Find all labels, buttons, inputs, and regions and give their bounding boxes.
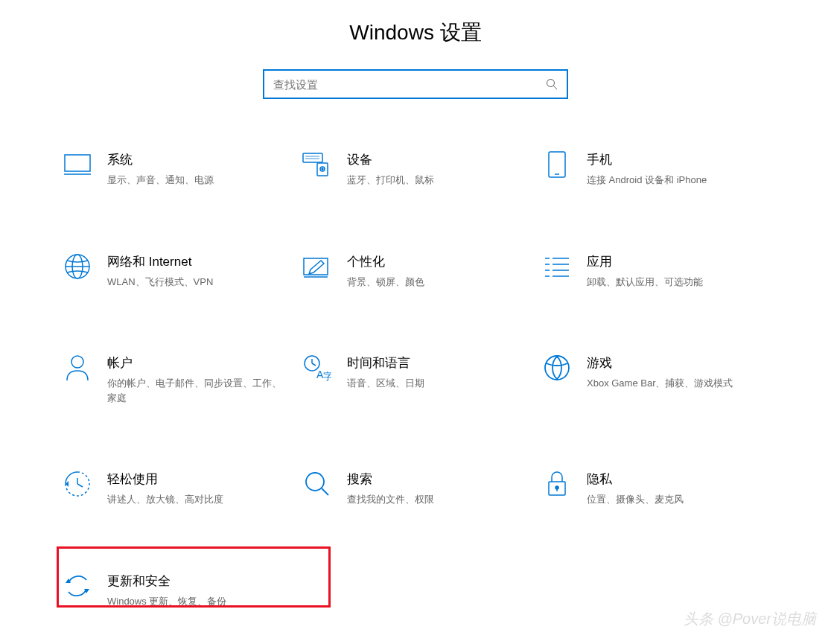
tile-privacy[interactable]: 隐私 位置、摄像头、麦克风 <box>539 463 771 513</box>
tile-ease-desc: 讲述人、放大镜、高对比度 <box>107 492 289 507</box>
svg-line-1 <box>554 86 558 90</box>
tile-personalization-title: 个性化 <box>347 253 529 270</box>
tile-update[interactable]: 更新和安全 Windows 更新、恢复、备份 <box>60 565 292 615</box>
update-security-icon <box>63 571 92 601</box>
search-icon <box>546 78 558 90</box>
tile-update-desc: Windows 更新、恢复、备份 <box>107 594 289 609</box>
tile-apps-title: 应用 <box>587 253 768 270</box>
svg-text:字: 字 <box>323 371 331 381</box>
phone-icon <box>542 150 572 179</box>
tile-devices-desc: 蓝牙、打印机、鼠标 <box>347 173 529 188</box>
tile-ease-title: 轻松使用 <box>107 471 289 488</box>
search-tile-icon <box>302 469 332 499</box>
search-box[interactable] <box>263 69 568 99</box>
tile-network-title: 网络和 Internet <box>107 253 289 270</box>
time-language-icon: A 字 <box>302 353 332 383</box>
tile-gaming-desc: Xbox Game Bar、捕获、游戏模式 <box>587 376 768 391</box>
tile-time[interactable]: A 字 时间和语言 语音、区域、日期 <box>299 347 532 411</box>
tile-devices-title: 设备 <box>347 151 529 168</box>
ease-of-access-icon <box>63 469 92 499</box>
tile-personalization[interactable]: 个性化 背景、锁屏、颜色 <box>299 246 532 296</box>
tile-apps-desc: 卸载、默认应用、可选功能 <box>587 275 768 290</box>
tile-search-desc: 查找我的文件、权限 <box>347 492 529 507</box>
svg-point-25 <box>71 356 83 368</box>
tile-devices[interactable]: 设备 蓝牙、打印机、鼠标 <box>299 144 532 194</box>
accounts-icon <box>63 353 92 383</box>
svg-point-0 <box>547 80 555 87</box>
svg-rect-10 <box>549 152 565 177</box>
svg-point-9 <box>322 168 323 170</box>
search-container <box>0 69 831 99</box>
system-icon <box>63 150 92 179</box>
tile-system-desc: 显示、声音、通知、电源 <box>107 173 289 188</box>
svg-rect-2 <box>65 155 90 171</box>
tile-phone-desc: 连接 Android 设备和 iPhone <box>587 173 768 188</box>
apps-icon <box>542 252 572 281</box>
tiles-grid: 系统 显示、声音、通知、电源 设备 蓝牙、打印机、鼠标 <box>0 144 831 614</box>
tile-gaming-title: 游戏 <box>587 354 768 372</box>
svg-line-36 <box>322 488 328 495</box>
tile-phone-title: 手机 <box>587 151 768 168</box>
devices-icon <box>302 150 332 179</box>
svg-rect-15 <box>304 258 328 275</box>
tile-update-title: 更新和安全 <box>107 573 289 590</box>
tile-gaming[interactable]: 游戏 Xbox Game Bar、捕获、游戏模式 <box>539 347 771 411</box>
svg-line-34 <box>77 484 83 487</box>
tile-personalization-desc: 背景、锁屏、颜色 <box>347 275 529 290</box>
personalization-icon <box>302 252 332 281</box>
tile-time-title: 时间和语言 <box>347 354 529 372</box>
svg-point-35 <box>306 473 324 491</box>
tile-system-title: 系统 <box>107 151 289 168</box>
tile-accounts-title: 帐户 <box>107 354 289 372</box>
svg-point-31 <box>545 356 569 380</box>
tile-apps[interactable]: 应用 卸载、默认应用、可选功能 <box>539 246 771 296</box>
gaming-icon <box>542 353 572 383</box>
tile-privacy-desc: 位置、摄像头、麦克风 <box>587 492 768 507</box>
tile-privacy-title: 隐私 <box>587 471 768 488</box>
tile-ease[interactable]: 轻松使用 讲述人、放大镜、高对比度 <box>60 463 292 513</box>
tile-accounts-desc: 你的帐户、电子邮件、同步设置、工作、家庭 <box>107 376 289 405</box>
tile-accounts[interactable]: 帐户 你的帐户、电子邮件、同步设置、工作、家庭 <box>60 347 292 411</box>
tile-search-title: 搜索 <box>347 471 529 488</box>
tile-network-desc: WLAN、飞行模式、VPN <box>107 275 289 290</box>
tile-search[interactable]: 搜索 查找我的文件、权限 <box>299 463 532 513</box>
svg-line-28 <box>312 363 316 366</box>
svg-rect-4 <box>303 153 322 162</box>
tile-network[interactable]: 网络和 Internet WLAN、飞行模式、VPN <box>60 246 292 296</box>
network-icon <box>63 252 92 281</box>
privacy-icon <box>542 469 572 499</box>
tile-phone[interactable]: 手机 连接 Android 设备和 iPhone <box>539 144 771 194</box>
tile-time-desc: 语音、区域、日期 <box>347 376 529 391</box>
search-input[interactable] <box>273 78 546 91</box>
tile-system[interactable]: 系统 显示、声音、通知、电源 <box>60 144 292 194</box>
page-title: Windows 设置 <box>0 0 831 69</box>
